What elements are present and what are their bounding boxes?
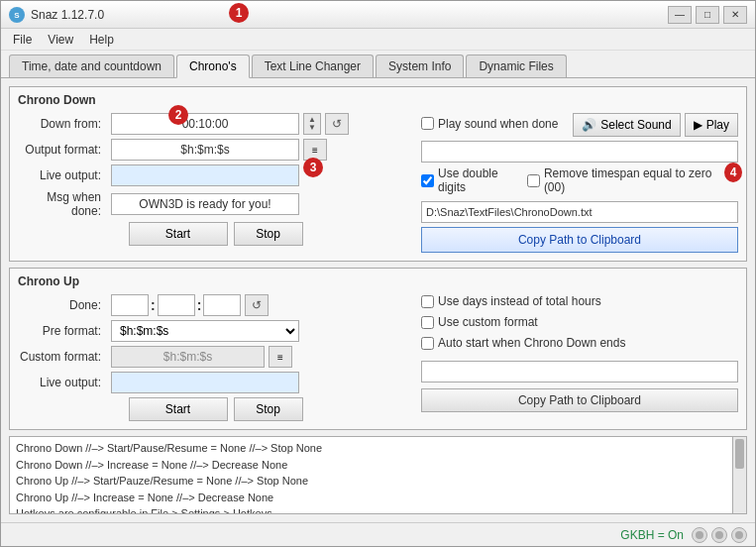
play-icon: ▶ bbox=[694, 118, 702, 132]
done-label: Done: bbox=[18, 298, 107, 312]
chrono-up-copy-path-button[interactable]: Copy Path to Clipboard bbox=[421, 388, 738, 412]
play-sound-label: Play sound when done bbox=[438, 117, 558, 131]
down-from-row: Down from: ▲ ▼ ↺ bbox=[18, 113, 413, 135]
file-path-row bbox=[421, 201, 738, 223]
chrono-down-section: Chrono Down 2 Down from: ▲ ▼ ↺ bbox=[9, 86, 747, 262]
copy-path-button[interactable]: Copy Path to Clipboard bbox=[421, 227, 738, 253]
log-line-4: Chrono Up //–> Increase = None //–> Decr… bbox=[16, 490, 740, 506]
svg-point-3 bbox=[715, 531, 723, 539]
done-row: Done: : : ↺ bbox=[18, 294, 413, 316]
live-output-label: Live output: bbox=[18, 168, 107, 182]
minimize-button[interactable]: — bbox=[668, 6, 692, 24]
play-sound-row: Play sound when done 🔊 Select Sound ▶ Pl… bbox=[421, 113, 738, 137]
window-title: Snaz 1.12.7.0 bbox=[31, 8, 668, 22]
done-seconds[interactable] bbox=[203, 294, 241, 316]
chrono-up-buttons: Start Stop bbox=[18, 397, 413, 421]
live-output-row: Live output: 3 bbox=[18, 164, 413, 186]
custom-format-btn[interactable]: ≡ bbox=[269, 346, 292, 368]
pre-format-row: Pre format: $h:$m:$s bbox=[18, 320, 413, 342]
sound-path-row bbox=[421, 141, 738, 163]
chrono-up-live-row: Live output: bbox=[18, 372, 413, 393]
custom-format-input[interactable] bbox=[111, 346, 265, 368]
auto-start-label: Auto start when Chrono Down ends bbox=[438, 336, 625, 350]
live-output-input bbox=[111, 164, 299, 186]
tab-system-info[interactable]: System Info bbox=[376, 55, 464, 77]
tab-dynamic-files[interactable]: Dynamic Files bbox=[466, 55, 566, 77]
title-bar: S Snaz 1.12.7.0 — □ ✕ bbox=[1, 1, 755, 29]
tab-time-date[interactable]: Time, date and countdown bbox=[9, 55, 174, 77]
done-minutes[interactable] bbox=[158, 294, 195, 316]
tabs-bar: Time, date and countdown Chrono's Text L… bbox=[1, 51, 755, 78]
annotation-badge-3: 3 bbox=[303, 158, 323, 177]
pre-format-select[interactable]: $h:$m:$s bbox=[111, 320, 299, 342]
chrono-down-buttons: Start Stop bbox=[18, 222, 413, 246]
close-button[interactable]: ✕ bbox=[723, 6, 747, 24]
play-sound-checkbox[interactable] bbox=[421, 117, 434, 130]
maximize-button[interactable]: □ bbox=[696, 6, 719, 24]
chrono-down-stop-button[interactable]: Stop bbox=[234, 222, 303, 246]
svg-point-4 bbox=[735, 531, 743, 539]
help-menu[interactable]: Help bbox=[81, 31, 122, 49]
tab-chronos[interactable]: Chrono's bbox=[176, 55, 250, 78]
use-days-checkbox[interactable] bbox=[421, 295, 434, 308]
log-line-3: Chrono Up //–> Start/Pauze/Resume = None… bbox=[16, 473, 740, 490]
msg-when-done-label: Msg when done: bbox=[18, 190, 107, 218]
chrono-up-stop-button[interactable]: Stop bbox=[234, 397, 303, 421]
svg-text:S: S bbox=[14, 11, 20, 20]
chrono-up-live-label: Live output: bbox=[18, 376, 107, 389]
view-menu[interactable]: View bbox=[40, 31, 81, 49]
play-sound-checkbox-row: Play sound when done bbox=[421, 117, 558, 131]
play-button[interactable]: ▶ Play bbox=[685, 113, 738, 137]
chrono-up-start-button[interactable]: Start bbox=[129, 397, 228, 421]
status-icon-1[interactable] bbox=[692, 527, 707, 543]
use-custom-format-label: Use custom format bbox=[438, 315, 538, 329]
double-digits-checkbox[interactable] bbox=[421, 174, 434, 187]
output-format-input[interactable] bbox=[111, 139, 299, 161]
chrono-down-start-button[interactable]: Start bbox=[129, 222, 228, 246]
status-bar: GKBH = On bbox=[1, 522, 755, 546]
window-controls: — □ ✕ bbox=[668, 6, 747, 24]
chrono-up-left: Done: : : ↺ Pre format: bbox=[18, 294, 413, 421]
use-custom-format-checkbox[interactable] bbox=[421, 316, 434, 329]
remove-timespan-row: Remove timespan equal to zero (00) 4 bbox=[527, 166, 738, 194]
status-icon-2[interactable] bbox=[711, 527, 727, 543]
done-time-input: : : bbox=[111, 294, 241, 316]
custom-format-label: Custom format: bbox=[18, 350, 107, 364]
log-scrollbar[interactable] bbox=[732, 437, 746, 513]
remove-timespan-label: Remove timespan equal to zero (00) bbox=[544, 166, 716, 194]
speaker-icon: 🔊 bbox=[582, 118, 596, 132]
chrono-up-path-input[interactable] bbox=[421, 361, 738, 383]
annotation-badge-1: 1 bbox=[229, 3, 249, 23]
down-from-refresh[interactable]: ↺ bbox=[325, 113, 349, 135]
down-from-input[interactable] bbox=[111, 113, 299, 135]
log-area: Chrono Down //–> Start/Pause/Resume = No… bbox=[9, 436, 747, 514]
use-custom-format-row: Use custom format bbox=[421, 315, 738, 329]
msg-when-done-input[interactable] bbox=[111, 193, 299, 215]
svg-point-2 bbox=[696, 531, 703, 539]
annotation-badge-2: 2 bbox=[168, 105, 188, 125]
sound-path-input[interactable] bbox=[421, 141, 738, 163]
auto-start-checkbox[interactable] bbox=[421, 337, 434, 350]
chrono-down-right: Play sound when done 🔊 Select Sound ▶ Pl… bbox=[421, 113, 738, 253]
msg-when-done-row: Msg when done: bbox=[18, 190, 413, 218]
file-path-input[interactable] bbox=[421, 201, 738, 223]
status-icon-3[interactable] bbox=[731, 527, 747, 543]
done-hours[interactable] bbox=[111, 294, 149, 316]
output-format-label: Output format: bbox=[18, 143, 107, 157]
menu-bar: File View Help bbox=[1, 29, 755, 51]
chrono-up-title: Chrono Up bbox=[18, 274, 738, 288]
remove-timespan-checkbox[interactable] bbox=[527, 174, 540, 187]
annotation-badge-4: 4 bbox=[724, 163, 742, 182]
gkbh-status: GKBH = On bbox=[620, 528, 684, 542]
log-line-5: Hotkeys are configurable in File > Setti… bbox=[16, 505, 740, 514]
tab-text-line-changer[interactable]: Text Line Changer bbox=[252, 55, 374, 77]
done-refresh[interactable]: ↺ bbox=[245, 294, 269, 316]
file-menu[interactable]: File bbox=[5, 31, 40, 49]
chrono-up-live-input bbox=[111, 372, 299, 393]
chrono-up-path-row bbox=[421, 361, 738, 383]
status-icons bbox=[692, 527, 747, 543]
select-sound-button[interactable]: 🔊 Select Sound bbox=[573, 113, 680, 137]
chrono-down-body: Down from: ▲ ▼ ↺ Output format: ≡ bbox=[18, 113, 738, 253]
chrono-up-body: Done: : : ↺ Pre format: bbox=[18, 294, 738, 421]
down-from-spinner[interactable]: ▲ ▼ bbox=[303, 113, 321, 135]
